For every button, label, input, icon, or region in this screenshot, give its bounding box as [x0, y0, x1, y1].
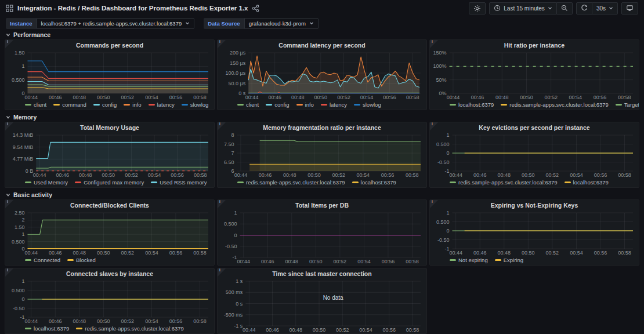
- svg-text:00:44: 00:44: [449, 250, 462, 256]
- svg-text:00:44: 00:44: [24, 250, 38, 256]
- chart-canvas-commands_per_second[interactable]: 00:4400:4600:4800:5000:5200:5400:5600:58…: [8, 50, 212, 101]
- panel-title[interactable]: Time since last master connection: [218, 268, 426, 278]
- legend-item-redis-sample-apps-svc-cluster-local-6379[interactable]: redis.sample-apps.svc.cluster.local:6379: [237, 179, 345, 186]
- panel-title[interactable]: Hit ratio per instance: [430, 40, 639, 50]
- svg-text:00:54: 00:54: [145, 250, 158, 256]
- chart-canvas-memory_fragmentation[interactable]: 00:4400:4600:4800:5000:5200:5400:5600:58…: [220, 132, 424, 179]
- chart-plot[interactable]: 00:4400:4600:4800:5000:5200:5400:5600:58…: [432, 132, 636, 179]
- page-title[interactable]: Integration - Redis / Redis Dashboard fo…: [17, 5, 248, 12]
- panel-title[interactable]: Memory fragmentation ratio per instance: [218, 122, 426, 132]
- legend-item-used-memory[interactable]: Used Memory: [25, 179, 68, 186]
- svg-text:00:56: 00:56: [383, 95, 396, 100]
- svg-text:00:52: 00:52: [121, 318, 135, 324]
- apps-grid-icon[interactable]: [6, 5, 13, 12]
- legend-item-slowlog[interactable]: slowlog: [354, 101, 381, 108]
- kiosk-mode-button[interactable]: [621, 2, 638, 14]
- row-header-memory[interactable]: Memory: [0, 112, 644, 122]
- svg-text:0.500: 0.500: [12, 288, 25, 293]
- time-range-picker[interactable]: Last 15 minutes: [489, 2, 557, 14]
- legend-item-target-hit-ratio-for-cache[interactable]: Target hit ratio for cache: [616, 101, 639, 108]
- chart-canvas-connected_blocked_clients[interactable]: 00:4400:4600:4800:5000:5200:5400:5600:58…: [8, 210, 212, 256]
- legend-item-configured-max-memory[interactable]: Configured max memory: [75, 179, 144, 186]
- legend-item-not-expiring[interactable]: Not expiring: [450, 257, 488, 263]
- chart-canvas-expiring_keys[interactable]: 00:4400:4600:4800:5000:5200:5400:5600:58…: [432, 210, 636, 256]
- legend-item-config[interactable]: config: [93, 101, 117, 108]
- svg-text:0: 0: [21, 90, 24, 96]
- svg-text:00:56: 00:56: [594, 250, 607, 256]
- legend-item-client[interactable]: client: [25, 101, 46, 108]
- svg-text:00:52: 00:52: [125, 172, 138, 178]
- legend-item-localhost-6379[interactable]: localhost:6379: [352, 179, 396, 186]
- panel-title[interactable]: Expiring vs Not-Expiring Keys: [430, 200, 639, 210]
- svg-text:-1: -1: [20, 314, 24, 320]
- legend-item-expiring[interactable]: Expiring: [495, 257, 523, 263]
- svg-text:00:58: 00:58: [618, 172, 631, 178]
- panel-key_evictions: iKey evictions per second per instance00…: [429, 122, 639, 188]
- svg-text:00:52: 00:52: [121, 95, 135, 100]
- chart-canvas-time_since_master[interactable]: 00:4400:4600:4800:5000:5200:5400:5600:58…: [220, 278, 424, 333]
- chart-canvas-connected_slaves[interactable]: 00:4400:4600:4800:5000:5200:5400:5600:58…: [8, 278, 212, 325]
- panel-title[interactable]: Command latency per second: [218, 40, 426, 50]
- legend-label: Not expiring: [458, 257, 488, 263]
- chart-plot[interactable]: 00:4400:4600:4800:5000:5200:5400:5600:58…: [8, 278, 212, 325]
- legend-label: slowlog: [190, 101, 209, 108]
- legend-item-redis-sample-apps-svc-cluster-local-6379[interactable]: redis.sample-apps.svc.cluster.local:6379: [450, 179, 558, 186]
- legend-item-connected[interactable]: Connected: [25, 257, 60, 263]
- legend-item-latency[interactable]: latency: [321, 101, 347, 108]
- refresh-button[interactable]: [576, 2, 592, 14]
- share-icon[interactable]: [252, 5, 259, 12]
- chart-legend: Used MemoryConfigured max memoryUsed RSS…: [5, 179, 214, 187]
- chart-legend: clientcommandconfiginfolatencyslowlog: [5, 101, 214, 110]
- legend-item-client[interactable]: client: [237, 101, 259, 108]
- legend-item-localhost-6379[interactable]: localhost:6379: [25, 325, 69, 332]
- chart-plot[interactable]: 00:4400:4600:4800:5000:5200:5400:5600:58…: [8, 210, 212, 256]
- svg-text:1: 1: [21, 278, 24, 284]
- svg-text:-1: -1: [444, 246, 449, 252]
- chart-plot[interactable]: 00:4400:4600:4800:5000:5200:5400:5600:58…: [432, 210, 636, 256]
- legend-item-config[interactable]: config: [266, 101, 289, 108]
- svg-text:00:50: 00:50: [102, 172, 115, 178]
- panel-title[interactable]: Total Items per DB: [218, 200, 426, 210]
- chart-plot[interactable]: 00:4400:4600:4800:5000:5200:5400:5600:58…: [8, 50, 212, 101]
- legend-item-localhost-6379[interactable]: localhost:6379: [565, 179, 609, 186]
- row-title: Basic activity: [13, 191, 52, 198]
- chart-plot[interactable]: 00:4400:4600:4800:5000:5200:5400:5600:58…: [220, 210, 424, 265]
- panel-title[interactable]: Connected/Blocked Clients: [5, 200, 214, 210]
- legend-item-redis-sample-apps-svc-cluster-local-6379[interactable]: redis.sample-apps.svc.cluster.local:6379: [501, 101, 609, 108]
- chart-canvas-key_evictions[interactable]: 00:4400:4600:4800:5000:5200:5400:5600:58…: [432, 132, 636, 179]
- legend-item-info[interactable]: info: [124, 101, 141, 108]
- panel-title[interactable]: Total Memory Usage: [5, 122, 214, 132]
- legend-item-blocked[interactable]: Blocked: [67, 257, 96, 263]
- svg-text:-0.50: -0.50: [13, 306, 25, 311]
- chart-plot[interactable]: 00:4400:4600:4800:5000:5200:5400:5600:58…: [8, 132, 212, 179]
- datasource-variable-value[interactable]: grafanacloud-k3d-prom: [244, 18, 319, 29]
- chart-plot[interactable]: 00:4400:4600:4800:5000:5200:5400:5600:58…: [432, 50, 636, 101]
- settings-button[interactable]: [469, 2, 486, 14]
- chart-canvas-hit_ratio[interactable]: 00:4400:4600:4800:5000:5200:5400:5600:58…: [432, 50, 636, 101]
- instance-variable-value[interactable]: localhost:6379 + redis.sample-apps.svc.c…: [37, 18, 195, 29]
- row-header-performance[interactable]: Performance: [0, 30, 644, 39]
- chart-canvas-total_items_per_db[interactable]: 00:4400:4600:4800:5000:5200:5400:5600:58…: [220, 210, 424, 265]
- refresh-interval-picker[interactable]: 30s: [592, 2, 618, 14]
- chart-plot[interactable]: 00:4400:4600:4800:5000:5200:5400:5600:58…: [220, 132, 424, 179]
- legend-item-info[interactable]: info: [296, 101, 314, 108]
- panel-title[interactable]: Key evictions per second per instance: [430, 122, 639, 132]
- zoom-out-button[interactable]: [557, 2, 573, 14]
- chart-plot[interactable]: 00:4400:4600:4800:5000:5200:5400:5600:58…: [220, 50, 424, 101]
- legend-item-used-rss-memory[interactable]: Used RSS memory: [151, 179, 207, 186]
- panel-command_latency: iCommand latency per second00:4400:4600:…: [217, 39, 427, 110]
- legend-item-command[interactable]: command: [53, 101, 86, 108]
- legend-item-latency[interactable]: latency: [149, 101, 175, 108]
- chart-canvas-command_latency[interactable]: 00:4400:4600:4800:5000:5200:5400:5600:58…: [220, 50, 424, 101]
- legend-item-localhost-6379[interactable]: localhost:6379: [450, 101, 494, 108]
- row-header-basic-activity[interactable]: Basic activity: [0, 190, 644, 199]
- legend-item-slowlog[interactable]: slowlog: [182, 101, 209, 108]
- chart-canvas-total_memory_usage[interactable]: 00:4400:4600:4800:5000:5200:5400:5600:58…: [8, 132, 212, 179]
- svg-text:00:48: 00:48: [79, 172, 92, 178]
- svg-text:00:52: 00:52: [336, 327, 349, 333]
- panel-title[interactable]: Connected slaves by instance: [5, 268, 214, 278]
- legend-item-redis-sample-apps-svc-cluster-local-6379[interactable]: redis.sample-apps.svc.cluster.local:6379: [76, 325, 184, 332]
- chart-plot[interactable]: 00:4400:4600:4800:5000:5200:5400:5600:58…: [220, 278, 424, 333]
- panel-title[interactable]: Commands per second: [5, 40, 214, 50]
- chevron-down-icon: [5, 114, 11, 120]
